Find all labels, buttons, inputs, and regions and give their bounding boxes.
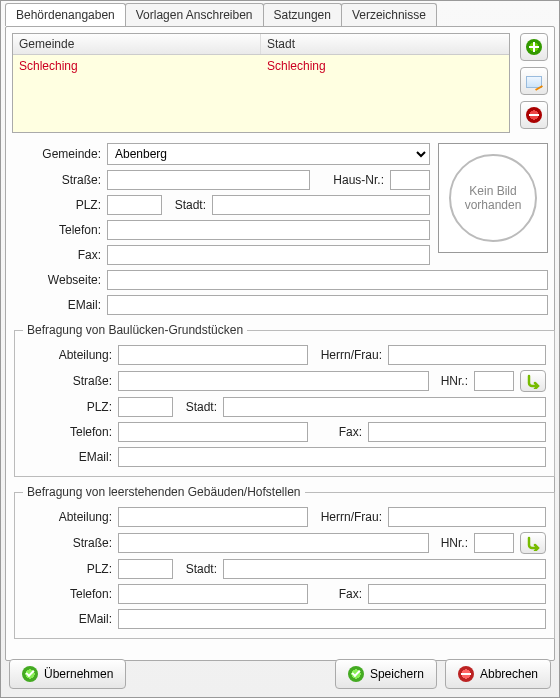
fax-field[interactable] <box>107 245 430 265</box>
arrow-icon <box>525 373 541 389</box>
tab-bar: Behördenangaben Vorlagen Anschreiben Sat… <box>1 1 559 26</box>
label-telefon: Telefon: <box>12 223 107 237</box>
hausnr-field[interactable] <box>390 170 430 190</box>
f1-plz-field[interactable] <box>118 397 173 417</box>
f1-fax-field[interactable] <box>368 422 546 442</box>
speichern-button[interactable]: Speichern <box>335 659 437 689</box>
fieldset-leerstand-legend: Befragung von leerstehenden Gebäuden/Hof… <box>23 485 305 499</box>
edit-icon <box>526 76 542 88</box>
tab-satzungen[interactable]: Satzungen <box>263 3 342 26</box>
f1-hnr-field[interactable] <box>474 371 514 391</box>
abbrechen-label: Abbrechen <box>480 667 538 681</box>
f1-label-plz: PLZ: <box>23 400 118 414</box>
f2-label-hnr: HNr.: <box>429 536 474 550</box>
plus-icon <box>526 39 542 55</box>
delete-button[interactable] <box>520 101 548 129</box>
cancel-icon <box>458 666 474 682</box>
f1-label-herrn: Herrn/Frau: <box>308 348 388 362</box>
label-email: EMail: <box>12 298 107 312</box>
f2-hnr-field[interactable] <box>474 533 514 553</box>
f2-label-stadt: Stadt: <box>173 562 223 576</box>
arrow-icon <box>525 535 541 551</box>
f2-abteilung-field[interactable] <box>118 507 308 527</box>
fieldset-leerstand: Befragung von leerstehenden Gebäuden/Hof… <box>14 485 555 639</box>
f2-telefon-field[interactable] <box>118 584 308 604</box>
strasse-field[interactable] <box>107 170 310 190</box>
f2-label-telefon: Telefon: <box>23 587 118 601</box>
edit-button[interactable] <box>520 67 548 95</box>
check-icon <box>22 666 38 682</box>
gemeinde-select[interactable]: Abenberg <box>107 143 430 165</box>
label-strasse: Straße: <box>12 173 107 187</box>
f2-herrn-field[interactable] <box>388 507 546 527</box>
f1-label-strasse: Straße: <box>23 374 118 388</box>
minus-icon <box>526 107 542 123</box>
f1-label-hnr: HNr.: <box>429 374 474 388</box>
grid[interactable]: Gemeinde Stadt Schleching Schleching <box>12 33 510 133</box>
tab-vorlagen-anschreiben[interactable]: Vorlagen Anschreiben <box>125 3 264 26</box>
f2-plz-field[interactable] <box>118 559 173 579</box>
f1-stadt-field[interactable] <box>223 397 546 417</box>
f2-fax-field[interactable] <box>368 584 546 604</box>
f2-label-fax: Fax: <box>308 587 368 601</box>
telefon-field[interactable] <box>107 220 430 240</box>
stadt-field[interactable] <box>212 195 430 215</box>
f1-apply-address-button[interactable] <box>520 370 546 392</box>
f2-label-strasse: Straße: <box>23 536 118 550</box>
table-row[interactable]: Schleching Schleching <box>13 55 509 77</box>
add-button[interactable] <box>520 33 548 61</box>
f2-email-field[interactable] <box>118 609 546 629</box>
grid-header-gemeinde[interactable]: Gemeinde <box>13 34 261 54</box>
abbrechen-button[interactable]: Abbrechen <box>445 659 551 689</box>
uebernehmen-button[interactable]: Übernehmen <box>9 659 126 689</box>
tab-behoerdenangaben[interactable]: Behördenangaben <box>5 3 126 26</box>
fieldset-bauluecken: Befragung von Baulücken-Grundstücken Abt… <box>14 323 555 477</box>
tab-verzeichnisse[interactable]: Verzeichnisse <box>341 3 437 26</box>
f1-telefon-field[interactable] <box>118 422 308 442</box>
speichern-label: Speichern <box>370 667 424 681</box>
f1-strasse-field[interactable] <box>118 371 429 391</box>
webseite-field[interactable] <box>107 270 548 290</box>
f2-stadt-field[interactable] <box>223 559 546 579</box>
label-webseite: Webseite: <box>12 273 107 287</box>
f1-herrn-field[interactable] <box>388 345 546 365</box>
f1-label-email: EMail: <box>23 450 118 464</box>
f1-label-abteilung: Abteilung: <box>23 348 118 362</box>
f2-apply-address-button[interactable] <box>520 532 546 554</box>
cell-stadt: Schleching <box>261 57 509 75</box>
f1-label-stadt: Stadt: <box>173 400 223 414</box>
f2-label-email: EMail: <box>23 612 118 626</box>
check-icon <box>348 666 364 682</box>
f2-label-abteilung: Abteilung: <box>23 510 118 524</box>
cell-gemeinde: Schleching <box>13 57 261 75</box>
f1-email-field[interactable] <box>118 447 546 467</box>
email-field[interactable] <box>107 295 548 315</box>
label-stadt: Stadt: <box>162 198 212 212</box>
f2-label-plz: PLZ: <box>23 562 118 576</box>
fieldset-bauluecken-legend: Befragung von Baulücken-Grundstücken <box>23 323 247 337</box>
f2-label-herrn: Herrn/Frau: <box>308 510 388 524</box>
grid-header-stadt[interactable]: Stadt <box>261 34 509 54</box>
footer: Übernehmen Speichern Abbrechen <box>1 651 559 697</box>
f1-abteilung-field[interactable] <box>118 345 308 365</box>
label-hausnr: Haus-Nr.: <box>310 173 390 187</box>
label-gemeinde: Gemeinde: <box>12 147 107 161</box>
image-placeholder[interactable]: Kein Bild vorhanden <box>438 143 548 253</box>
label-plz: PLZ: <box>12 198 107 212</box>
uebernehmen-label: Übernehmen <box>44 667 113 681</box>
f1-label-fax: Fax: <box>308 425 368 439</box>
plz-field[interactable] <box>107 195 162 215</box>
no-image-text: Kein Bild vorhanden <box>449 154 537 242</box>
f1-label-telefon: Telefon: <box>23 425 118 439</box>
label-fax: Fax: <box>12 248 107 262</box>
f2-strasse-field[interactable] <box>118 533 429 553</box>
main-panel: Gemeinde Stadt Schleching Schleching Gem… <box>5 26 555 661</box>
